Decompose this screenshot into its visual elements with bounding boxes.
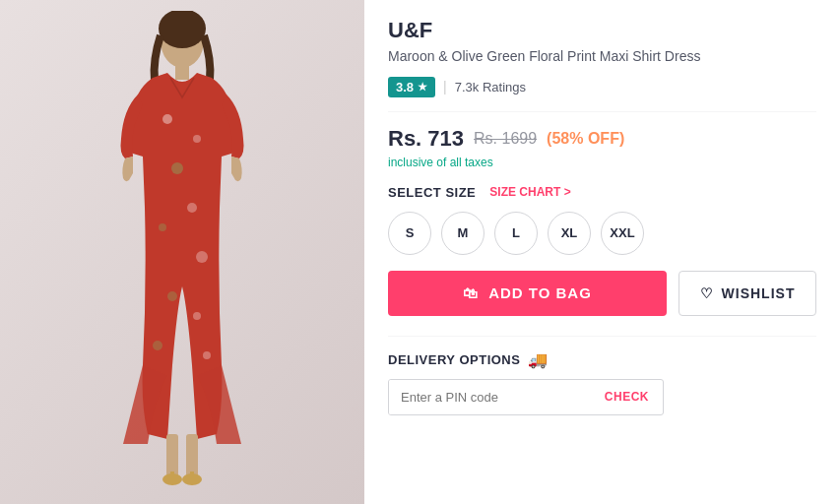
original-price: Rs. 1699 [474,130,537,148]
heart-icon: ♡ [700,285,714,301]
size-chart-link[interactable]: SIZE CHART > [489,185,570,199]
product-name: Maroon & Olive Green Floral Print Maxi S… [388,47,816,67]
rating-value: 3.8 [396,80,414,94]
product-image [0,0,364,504]
pin-code-input[interactable] [389,380,591,414]
svg-point-5 [171,162,183,174]
wishlist-label: WISHLIST [722,285,796,301]
discount-badge: (58% OFF) [547,130,624,148]
bag-icon: 🛍 [463,284,479,301]
current-price: Rs. 713 [388,126,464,152]
truck-icon: 🚚 [528,350,548,369]
svg-point-9 [167,291,177,301]
wishlist-button[interactable]: ♡ WISHLIST [678,271,816,316]
delivery-section: DELIVERY OPTIONS 🚚 CHECK [388,336,816,415]
size-btn-xxl[interactable]: XXL [601,212,644,255]
add-to-bag-label: ADD TO BAG [488,284,592,301]
svg-point-11 [153,341,162,350]
rating-divider: | [443,79,447,94]
svg-point-10 [193,312,201,320]
add-to-bag-button[interactable]: 🛍 ADD TO BAG [388,271,667,316]
svg-point-4 [193,135,201,143]
size-btn-xl[interactable]: XL [548,212,591,255]
product-image-section [0,0,364,504]
ratings-count: 7.3k Ratings [455,80,526,94]
product-details: U&F Maroon & Olive Green Floral Print Ma… [364,0,840,504]
size-header: SELECT SIZE SIZE CHART > [388,185,816,200]
svg-rect-17 [170,472,174,481]
size-btn-l[interactable]: L [494,212,538,255]
pin-input-row: CHECK [388,379,664,415]
size-btn-m[interactable]: M [441,212,485,255]
delivery-label: DELIVERY OPTIONS [388,352,520,367]
size-options: S M L XL XXL [388,212,816,255]
check-button[interactable]: CHECK [591,380,663,413]
action-buttons: 🛍 ADD TO BAG ♡ WISHLIST [388,271,816,316]
svg-rect-18 [190,472,194,481]
star-icon: ★ [418,81,427,94]
select-size-label: SELECT SIZE [388,185,476,200]
brand-name: U&F [388,18,816,43]
rating-section: 3.8 ★ | 7.3k Ratings [388,77,816,112]
rating-badge[interactable]: 3.8 ★ [388,77,435,97]
svg-point-7 [159,223,166,231]
svg-point-8 [196,251,208,263]
svg-point-6 [187,203,197,213]
delivery-header: DELIVERY OPTIONS 🚚 [388,350,816,369]
price-section: Rs. 713 Rs. 1699 (58% OFF) [388,126,816,152]
tax-info: inclusive of all taxes [388,156,816,169]
size-btn-s[interactable]: S [388,212,431,255]
svg-rect-2 [175,65,189,80]
size-section: SELECT SIZE SIZE CHART > S M L XL XXL [388,185,816,255]
svg-point-3 [162,114,172,124]
svg-point-12 [203,351,211,359]
